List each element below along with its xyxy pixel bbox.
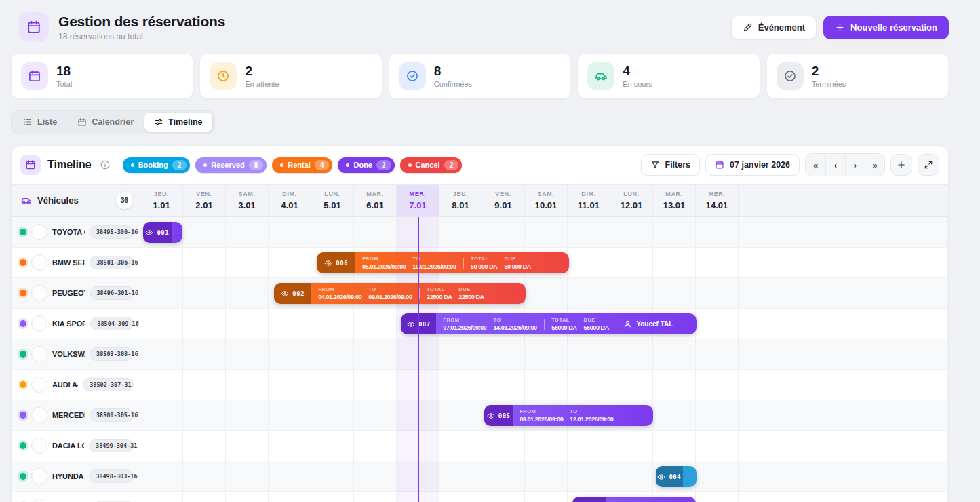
vehicle-cell[interactable]: TOYOTA C…38495-300-16 bbox=[12, 217, 140, 247]
day-cell-8.01[interactable] bbox=[439, 217, 482, 247]
vehicle-cell[interactable]: KIA SPORT…38504-309-16 bbox=[12, 309, 140, 339]
day-cell-14.01[interactable] bbox=[696, 431, 739, 461]
day-cell-3.01[interactable] bbox=[226, 370, 269, 400]
legend-pill-reserved[interactable]: Reserved8 bbox=[195, 157, 267, 173]
day-cell-13.01[interactable] bbox=[653, 339, 696, 369]
day-cell-11.01[interactable] bbox=[568, 461, 610, 491]
day-cell-5.01[interactable] bbox=[311, 400, 354, 430]
tab-calendrier[interactable]: Calendrier bbox=[68, 113, 143, 132]
day-cell-11.01[interactable] bbox=[568, 278, 610, 308]
day-cell-2.01[interactable] bbox=[183, 492, 226, 502]
day-cell-8.01[interactable] bbox=[439, 400, 482, 430]
day-cell-2.01[interactable] bbox=[183, 339, 226, 369]
day-cell-10.01[interactable] bbox=[525, 431, 568, 461]
day-cell-3.01[interactable] bbox=[226, 400, 269, 430]
day-cell-10.01[interactable] bbox=[525, 339, 568, 369]
reservation-bar-002[interactable]: 002FROM04.01.2026/09:00TO09.01.2026/09:0… bbox=[274, 283, 526, 304]
day-cell-12.01[interactable] bbox=[610, 370, 653, 400]
day-cell-8.01[interactable] bbox=[439, 492, 482, 502]
day-cell-3.01[interactable] bbox=[226, 461, 269, 491]
day-cell-2.01[interactable] bbox=[183, 309, 226, 339]
day-cell-4.01[interactable] bbox=[269, 461, 311, 491]
day-cell-3.01[interactable] bbox=[226, 339, 269, 369]
reservation-bar[interactable]: FROMTO bbox=[572, 497, 696, 502]
day-cell-9.01[interactable] bbox=[482, 370, 525, 400]
event-button[interactable]: Événement bbox=[731, 16, 817, 39]
day-cell-12.01[interactable] bbox=[610, 339, 653, 369]
day-cell-10.01[interactable] bbox=[525, 278, 568, 308]
day-cell-9.01[interactable] bbox=[482, 339, 525, 369]
day-cell-12.01[interactable] bbox=[610, 278, 653, 308]
day-cell-12.01[interactable] bbox=[610, 431, 653, 461]
day-cell-4.01[interactable] bbox=[269, 339, 311, 369]
day-cell-1.01[interactable] bbox=[140, 431, 183, 461]
nav-first-button[interactable]: « bbox=[806, 154, 825, 176]
add-button[interactable] bbox=[890, 154, 912, 176]
day-cell-6.01[interactable] bbox=[354, 431, 397, 461]
day-cell-3.01[interactable] bbox=[226, 309, 269, 339]
day-cell-1.01[interactable] bbox=[140, 461, 183, 491]
day-cell-3.01[interactable] bbox=[226, 248, 269, 277]
day-cell-6.01[interactable] bbox=[354, 492, 397, 502]
day-cell-7.01[interactable] bbox=[397, 339, 439, 369]
day-cell-14.01[interactable] bbox=[696, 492, 739, 502]
day-cell-14.01[interactable] bbox=[696, 400, 739, 430]
day-cell-10.01[interactable] bbox=[525, 461, 568, 491]
day-cell-11.01[interactable] bbox=[568, 431, 610, 461]
legend-pill-done[interactable]: Done2 bbox=[338, 157, 394, 173]
day-cell-8.01[interactable] bbox=[439, 370, 482, 400]
legend-pill-cancel[interactable]: Cancel2 bbox=[400, 157, 463, 173]
reservation-bar-006[interactable]: 006FROM05.01.2026/09:00TO10.01.2026/09:0… bbox=[317, 252, 569, 273]
vehicle-cell[interactable]: MERCEDE…38500-305-16 bbox=[12, 400, 140, 430]
day-cell-4.01[interactable] bbox=[269, 492, 311, 502]
day-cell-1.01[interactable] bbox=[140, 278, 183, 308]
legend-pill-booking[interactable]: Booking2 bbox=[123, 157, 191, 173]
timeline-info-button[interactable] bbox=[98, 158, 112, 172]
day-cell-2.01[interactable] bbox=[183, 431, 226, 461]
day-cell-4.01[interactable] bbox=[269, 370, 311, 400]
legend-pill-rental[interactable]: Rental4 bbox=[272, 157, 332, 173]
day-cell-4.01[interactable] bbox=[269, 309, 311, 339]
day-cell-7.01[interactable] bbox=[397, 217, 439, 247]
day-cell-12.01[interactable] bbox=[610, 217, 653, 247]
day-cell-3.01[interactable] bbox=[226, 278, 269, 308]
day-cell-7.01[interactable] bbox=[397, 370, 439, 400]
date-picker-button[interactable]: 07 janvier 2026 bbox=[705, 154, 800, 176]
day-cell-13.01[interactable] bbox=[653, 278, 696, 308]
day-cell-2.01[interactable] bbox=[183, 370, 226, 400]
vehicle-cell[interactable]: VOLKSWA…38503-308-16 bbox=[12, 339, 140, 369]
day-cell-7.01[interactable] bbox=[397, 461, 439, 491]
nav-last-button[interactable]: » bbox=[865, 154, 884, 176]
day-cell-1.01[interactable] bbox=[140, 309, 183, 339]
day-cell-11.01[interactable] bbox=[568, 217, 610, 247]
day-cell-5.01[interactable] bbox=[311, 461, 354, 491]
day-cell-11.01[interactable] bbox=[568, 339, 610, 369]
tab-timeline[interactable]: Timeline bbox=[144, 113, 212, 132]
vehicle-cell[interactable]: DACIA LO…38499-304-31 bbox=[12, 431, 140, 461]
day-cell-2.01[interactable] bbox=[183, 248, 226, 277]
day-cell-13.01[interactable] bbox=[653, 217, 696, 247]
day-cell-9.01[interactable] bbox=[482, 431, 525, 461]
day-cell-9.01[interactable] bbox=[482, 461, 525, 491]
reservation-bar-005[interactable]: 005FROM09.01.2026/09:00TO12.01.2026/09:0… bbox=[484, 405, 653, 426]
day-cell-5.01[interactable] bbox=[311, 431, 354, 461]
day-cell-2.01[interactable] bbox=[183, 400, 226, 430]
tab-liste[interactable]: Liste bbox=[14, 113, 66, 132]
reservation-bar-007[interactable]: 007FROM07.01.2026/09:00TO14.01.2026/09:0… bbox=[401, 313, 696, 334]
day-cell-7.01[interactable] bbox=[397, 431, 439, 461]
day-cell-10.01[interactable] bbox=[525, 370, 568, 400]
day-cell-3.01[interactable] bbox=[226, 217, 269, 247]
day-cell-4.01[interactable] bbox=[269, 431, 311, 461]
day-cell-2.01[interactable] bbox=[183, 217, 226, 247]
reservation-bar-004[interactable]: 004 bbox=[656, 466, 697, 487]
day-cell-13.01[interactable] bbox=[653, 400, 696, 430]
day-cell-9.01[interactable] bbox=[482, 217, 525, 247]
day-cell-14.01[interactable] bbox=[696, 278, 739, 308]
day-cell-1.01[interactable] bbox=[140, 400, 183, 430]
vehicle-cell[interactable]: BMW SERI…38501-306-16 bbox=[12, 248, 140, 277]
day-cell-14.01[interactable] bbox=[696, 339, 739, 369]
day-cell-2.01[interactable] bbox=[183, 278, 226, 308]
day-cell-6.01[interactable] bbox=[354, 400, 397, 430]
day-cell-13.01[interactable] bbox=[653, 431, 696, 461]
day-cell-1.01[interactable] bbox=[140, 248, 183, 277]
